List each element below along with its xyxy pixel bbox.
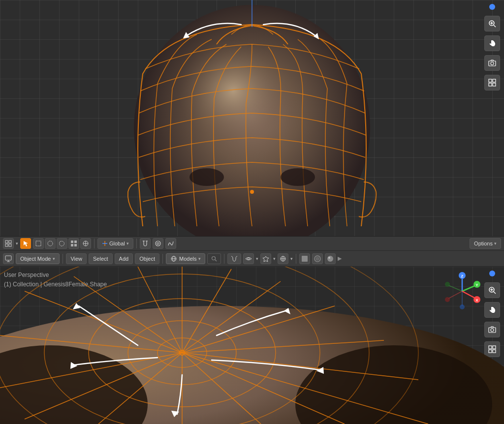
restrict-render-btn[interactable] [260,253,271,264]
models-selector[interactable]: Models ▾ [166,253,205,264]
models-label: Models [179,256,196,262]
global-label: Global [109,241,125,246]
models-chevron: ▾ [198,256,201,261]
svg-rect-24 [71,241,73,243]
separator4 [162,254,163,264]
svg-point-14 [250,190,254,194]
svg-point-43 [212,256,216,260]
proportional-btn[interactable] [153,238,163,249]
svg-rect-22 [36,241,41,246]
object-label: Object [139,256,155,262]
active-tool-btn[interactable] [80,238,91,249]
separator3 [63,254,63,264]
rendered-view-btn[interactable] [325,253,336,264]
svg-point-12 [189,168,224,186]
eye-visibility-btn[interactable] [243,253,254,264]
svg-point-45 [248,258,250,260]
viewport-display-btn[interactable] [3,253,14,264]
svg-point-23 [48,241,53,246]
options-label: Options [474,241,493,246]
toolbar-row1: ▾ [0,237,504,251]
svg-point-52 [327,256,333,262]
tweak-select-btn[interactable] [68,238,79,249]
toolbar: ▾ [0,236,504,267]
add-menu-btn[interactable]: Add [115,253,133,264]
viewport-top[interactable] [0,0,504,236]
options-chevron: ▾ [494,241,497,246]
cursor-tool-btn[interactable] [20,238,31,249]
svg-rect-20 [5,244,8,246]
filter-btn[interactable] [227,253,241,264]
transform-global-btn[interactable]: Global ▾ [97,238,133,249]
separator6 [296,254,296,264]
svg-line-44 [215,260,217,261]
hair-part-model [0,267,504,424]
search-input[interactable] [207,253,221,264]
head-model-top [0,0,504,236]
world-btn[interactable] [278,253,288,264]
mode-chevron: ▾ [16,241,18,246]
material-view-btn[interactable] [312,253,323,264]
viewport-mode-btn[interactable] [3,238,14,249]
select-menu-btn[interactable]: Select [89,253,113,264]
svg-rect-37 [5,256,11,260]
svg-point-53 [328,257,330,259]
svg-rect-19 [9,241,11,243]
world-chevron: ▾ [290,256,293,261]
snap-magnet-btn[interactable] [140,238,151,249]
box-select-btn[interactable] [33,238,44,249]
circle-select-btn[interactable] [45,238,56,249]
svg-rect-27 [74,244,77,246]
svg-rect-18 [5,241,8,243]
toolbar-row1-right: Options ▾ [470,238,501,249]
toolbar-row2: Object Mode ▾ View Select Add Object Mod… [0,251,504,266]
separator5 [224,254,224,264]
mode-chevron: ▾ [53,256,55,261]
global-chevron: ▾ [126,241,129,246]
viewport-bottom[interactable]: User Perspective (1) Collection | Genesi… [0,267,504,424]
restrict-chevron: ▾ [273,256,276,261]
separator1 [94,239,94,248]
object-menu-btn[interactable]: Object [135,253,159,264]
object-mode-selector[interactable]: Object Mode ▾ [16,253,60,264]
svg-point-35 [156,241,160,246]
select-label: Select [93,256,108,262]
select-tools-group [33,238,91,249]
separator2 [136,239,137,248]
svg-rect-49 [302,256,308,262]
lasso-select-btn[interactable] [57,238,67,249]
add-label: Add [119,256,129,262]
svg-rect-26 [71,244,73,246]
object-mode-label: Object Mode [20,256,51,262]
svg-point-51 [315,257,319,261]
options-btn[interactable]: Options ▾ [470,238,501,249]
view-menu-btn[interactable]: View [66,253,87,264]
eye-chevron: ▾ [256,256,258,261]
last-view-icon: ▶ [338,255,342,262]
view-label: View [70,256,82,262]
solid-view-btn[interactable] [299,253,310,264]
svg-rect-25 [74,241,77,243]
svg-rect-21 [9,244,11,246]
svg-point-13 [281,168,315,186]
svg-point-11 [162,39,320,187]
svg-point-36 [157,242,159,244]
proportional-type-btn[interactable] [165,238,176,249]
